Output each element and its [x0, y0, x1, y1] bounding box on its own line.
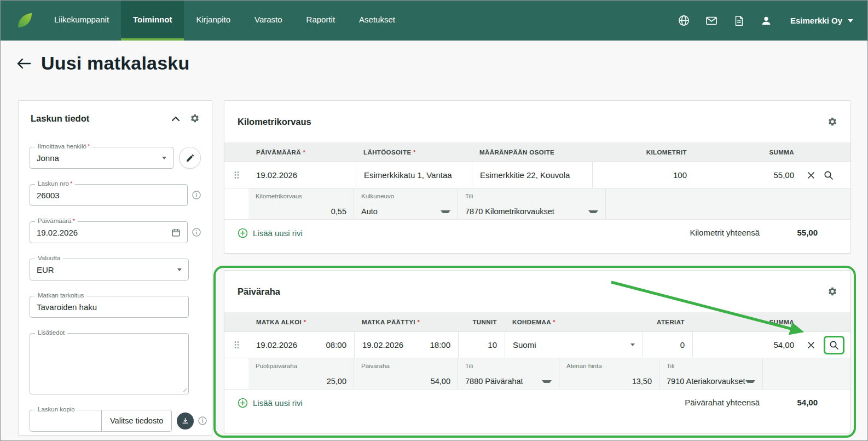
col-header-kilometers: KILOMETRIT — [592, 149, 695, 156]
col-header-country: KOHDEMAA — [512, 319, 551, 325]
invoice-copy-label: Laskun kopio — [38, 406, 75, 413]
half-allowance-field[interactable]: Puolipäiväraha 25,00 — [248, 358, 354, 389]
pv-table-header: MATKA ALKOI * MATKA PÄÄTTYI * TUNNIT KOH… — [224, 312, 850, 332]
info-icon[interactable] — [192, 191, 201, 199]
invoice-number-field[interactable]: Laskun nro* 26003 — [30, 184, 188, 206]
edit-person-button[interactable] — [179, 147, 201, 169]
user-icon[interactable] — [760, 14, 773, 27]
add-row-link[interactable]: Lisää uusi rivi — [238, 398, 303, 408]
km-row-from-address[interactable]: Esimerkkikatu 1, Vantaa — [356, 162, 472, 188]
nav-item-liikekumppanit[interactable]: Liikekumppanit — [42, 1, 121, 41]
pv-meals[interactable]: 0 — [643, 332, 692, 358]
km-row-date[interactable]: 19.02.2026 — [248, 162, 356, 188]
calendar-icon[interactable] — [171, 228, 181, 237]
pv-table-footer: Lisää uusi rivi Päivärahat yhteensä 54,0… — [224, 390, 850, 408]
page-title: Uusi matkalasku — [41, 53, 189, 74]
search-row-icon[interactable] — [824, 170, 834, 180]
company-menu[interactable]: Esimerkki Oy — [790, 16, 853, 25]
search-row-icon[interactable] — [829, 340, 839, 350]
pv-start-time[interactable]: 08:00 — [326, 340, 346, 350]
person-label: Ilmoittava henkilö — [38, 143, 86, 150]
meal-price-field[interactable]: Aterian hinta 13,50 — [559, 358, 659, 389]
trip-purpose-label: Matkan tarkoitus — [38, 292, 84, 299]
nav-item-asetukset[interactable]: Asetukset — [347, 1, 407, 41]
nav-item-raportit[interactable]: Raportit — [294, 1, 348, 41]
highlight-box — [824, 336, 844, 354]
info-icon[interactable] — [192, 228, 201, 237]
collapse-chevron-up-icon[interactable] — [171, 116, 180, 122]
pv-start-date[interactable]: 19.02.2026 — [256, 340, 297, 350]
drag-handle-icon[interactable] — [224, 341, 248, 349]
mail-icon[interactable] — [705, 14, 718, 27]
invoice-number-value: 26003 — [37, 191, 60, 200]
nav-item-varasto[interactable]: Varasto — [242, 1, 294, 41]
allowance-account-select[interactable]: Tili 7880 Päivärahat — [458, 358, 559, 389]
panel-settings-gear-icon[interactable] — [828, 117, 837, 127]
col-header-date: PÄIVÄMÄÄRÄ — [256, 149, 301, 156]
nav-item-kirjanpito[interactable]: Kirjanpito — [184, 1, 242, 41]
col-header-from: LÄHTÖOSOITE — [363, 149, 411, 156]
vehicle-select[interactable]: Kulkuneuvo Auto — [354, 188, 458, 219]
invoice-copy-field[interactable]: Laskun kopio — [30, 410, 102, 432]
invoice-number-label: Laskun nro — [38, 180, 69, 187]
info-icon[interactable] — [198, 416, 207, 425]
main-menu: Liikekumppanit Toiminnot Kirjanpito Vara… — [42, 1, 407, 41]
currency-value: EUR — [37, 265, 54, 274]
km-account-select[interactable]: Tili 7870 Kilometrikorvaukset — [458, 188, 606, 219]
chevron-down-icon — [162, 157, 166, 159]
chevron-down-icon — [588, 210, 598, 213]
pv-hours[interactable]: 10 — [458, 332, 505, 358]
col-header-trip-start: MATKA ALKOI — [256, 319, 302, 325]
add-row-link[interactable]: Lisää uusi rivi — [238, 228, 303, 238]
chevron-down-icon — [441, 210, 450, 213]
col-header-trip-end: MATKA PÄÄTTYI — [362, 319, 415, 325]
meal-account-select[interactable]: Tili 7910 Ateriakorvaukset — [659, 358, 763, 389]
km-total-value: 55,00 — [785, 228, 818, 237]
pv-row-details: Puolipäiväraha 25,00 Päiväraha 54,00 Til… — [224, 358, 850, 390]
chevron-down-icon — [630, 343, 635, 346]
additional-info-label: Lisätiedot — [38, 329, 65, 336]
panel-title: Kilometrikorvaus — [238, 117, 311, 127]
pv-country-select[interactable]: Suomi — [505, 332, 643, 358]
pv-total-value: 54,00 — [785, 398, 818, 407]
pv-end-time[interactable]: 18:00 — [430, 340, 450, 350]
app-logo-leaf-icon[interactable] — [15, 1, 34, 41]
delete-row-icon[interactable] — [807, 341, 815, 349]
col-header-hours: TUNNIT — [458, 312, 505, 332]
panel-settings-gear-icon[interactable] — [828, 287, 837, 296]
pv-sum[interactable]: 54,00 — [692, 332, 802, 358]
choose-file-button[interactable]: Valitse tiedosto — [101, 410, 172, 432]
delete-row-icon[interactable] — [807, 171, 815, 179]
col-header-sum: SUMMA — [695, 149, 802, 156]
back-button[interactable] — [16, 57, 32, 70]
additional-info-textarea[interactable]: Lisätiedot — [30, 333, 189, 394]
full-allowance-field[interactable]: Päiväraha 54,00 — [354, 358, 458, 389]
person-select[interactable]: Ilmoittava henkilö* Jonna — [30, 147, 173, 169]
currency-select[interactable]: Valuutta EUR — [30, 259, 189, 280]
pv-end-date[interactable]: 19.02.2026 — [362, 340, 403, 350]
person-value: Jonna — [37, 153, 59, 163]
km-table-header: PÄIVÄMÄÄRÄ * LÄHTÖOSOITE * MÄÄRÄNPÄÄN OS… — [224, 142, 850, 162]
drag-handle-icon[interactable] — [224, 171, 248, 179]
globe-icon[interactable] — [678, 14, 691, 27]
km-row-sum[interactable]: 55,00 — [695, 162, 802, 188]
nav-item-toiminnot[interactable]: Toiminnot — [121, 1, 184, 41]
resize-handle[interactable] — [181, 387, 187, 392]
invoice-date-label: Päivämäärä — [38, 217, 71, 224]
km-rate-field[interactable]: Kilometrikorvaus 0,55 — [248, 188, 354, 219]
panel-settings-gear-icon[interactable] — [190, 113, 200, 123]
km-row-kilometers[interactable]: 100 — [592, 162, 695, 188]
trip-purpose-field[interactable]: Matkan tarkoitus Tavaroiden haku — [30, 296, 189, 318]
paivaraha-panel: Päiväraha MATKA ALKOI * MATKA PÄÄTTYI * … — [224, 270, 851, 433]
km-row-to-address[interactable]: Esimerkkitie 22, Kouvola — [472, 162, 592, 188]
km-table-row: 19.02.2026 Esimerkkikatu 1, Vantaa Esime… — [224, 162, 850, 188]
invoice-date-field[interactable]: Päivämäärä* 19.02.2026 — [30, 221, 188, 243]
chevron-down-icon — [542, 380, 552, 383]
col-header-to: MÄÄRÄNPÄÄN OSOITE — [472, 149, 592, 156]
upload-file-icon[interactable] — [177, 413, 194, 429]
col-header-sum: SUMMA — [692, 312, 802, 332]
km-total-label: Kilometrit yhteensä — [690, 228, 760, 237]
chevron-down-icon — [177, 268, 182, 271]
pv-total-label: Päivärahat yhteensä — [685, 398, 760, 407]
document-icon[interactable] — [732, 14, 745, 27]
